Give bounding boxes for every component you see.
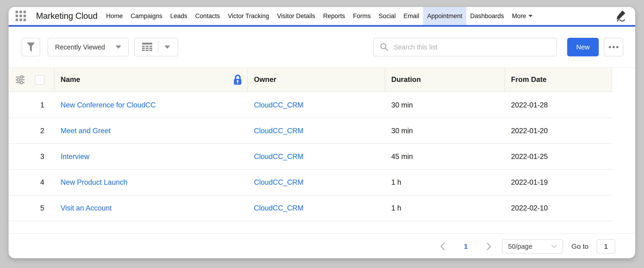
table-bottom-border xyxy=(8,233,635,234)
chevron-down-icon xyxy=(115,45,121,49)
current-page-number[interactable]: 1 xyxy=(456,240,475,254)
select-all-checkbox[interactable] xyxy=(35,75,44,85)
record-name[interactable]: Meet and Greet xyxy=(54,118,248,144)
new-button[interactable]: New xyxy=(567,38,599,56)
record-from-date: 2022-02-10 xyxy=(505,195,612,221)
record-name[interactable]: Interview xyxy=(54,144,248,169)
row-index: 5 xyxy=(30,195,55,221)
goto-page-label: Go to xyxy=(566,240,594,254)
nav-item-victor-tracking[interactable]: Victor Tracking xyxy=(224,7,273,25)
record-name[interactable]: New Product Launch xyxy=(54,170,248,195)
lock-icon xyxy=(232,74,243,86)
new-button-label: New xyxy=(576,44,590,51)
nav-item-forms[interactable]: Forms xyxy=(349,7,375,25)
page-size-caret-icon xyxy=(552,245,557,248)
nav-item-campaigns[interactable]: Campaigns xyxy=(127,7,166,25)
table-row: 4New Product LaunchCloudCC_CRM1 h2022-01… xyxy=(8,170,612,195)
record-name-link[interactable]: New Product Launch xyxy=(60,178,128,186)
header-accent-bar xyxy=(8,25,635,27)
row-index: 1 xyxy=(30,92,55,118)
column-header-name[interactable]: Name xyxy=(54,68,248,92)
record-duration: 30 min xyxy=(385,118,505,144)
table-body: 1New Conference for CloudCCCloudCC_CRM30… xyxy=(8,92,612,221)
prev-page-chevron[interactable] xyxy=(436,240,450,254)
main-nav: HomeCampaignsLeadsContactsVictor Trackin… xyxy=(102,7,537,25)
record-name[interactable]: New Conference for CloudCC xyxy=(54,92,248,118)
column-label: Owner xyxy=(254,76,276,84)
ellipsis-icon xyxy=(608,46,619,48)
nav-item-leads[interactable]: Leads xyxy=(166,7,192,25)
list-view-selector[interactable]: Recently Viewed xyxy=(48,38,129,56)
record-owner[interactable]: CloudCC_CRM xyxy=(248,118,385,144)
goto-page-input[interactable] xyxy=(597,239,615,254)
record-name-link[interactable]: Visit an Account xyxy=(60,204,112,212)
row-index: 4 xyxy=(30,170,55,195)
record-from-date: 2022-01-28 xyxy=(505,92,612,118)
record-owner[interactable]: CloudCC_CRM xyxy=(248,170,385,195)
table-controls-cell xyxy=(8,68,54,92)
row-index: 3 xyxy=(30,144,55,169)
nav-item-more[interactable]: More xyxy=(508,7,537,25)
nav-item-email[interactable]: Email xyxy=(400,7,423,25)
app-window: Marketing Cloud HomeCampaignsLeadsContac… xyxy=(8,7,635,258)
search-input[interactable] xyxy=(389,44,556,51)
column-settings-icon[interactable] xyxy=(14,74,26,86)
search-box xyxy=(373,38,557,56)
record-from-date: 2022-01-25 xyxy=(505,144,612,169)
app-header: Marketing Cloud HomeCampaignsLeadsContac… xyxy=(8,7,635,25)
nav-item-social[interactable]: Social xyxy=(374,7,400,25)
app-title: Marketing Cloud xyxy=(36,11,98,21)
record-owner-link[interactable]: CloudCC_CRM xyxy=(254,152,304,161)
record-from-date: 2022-01-20 xyxy=(505,118,612,144)
chevron-down-icon[interactable] xyxy=(164,45,170,49)
row-index: 2 xyxy=(30,118,55,144)
display-style-button[interactable] xyxy=(134,38,178,56)
app-launcher-icon[interactable] xyxy=(16,11,26,21)
column-header-owner[interactable]: Owner xyxy=(248,68,385,92)
edit-pencil-icon[interactable] xyxy=(615,10,627,22)
column-label: From Date xyxy=(511,76,546,84)
filter-funnel-icon xyxy=(27,42,35,52)
record-owner-link[interactable]: CloudCC_CRM xyxy=(254,127,304,135)
table-header-row: Name Owner Duration From Date xyxy=(8,68,612,92)
record-owner-link[interactable]: CloudCC_CRM xyxy=(254,101,304,109)
nav-item-visitor-details[interactable]: Visitor Details xyxy=(273,7,319,25)
record-owner[interactable]: CloudCC_CRM xyxy=(248,195,385,221)
next-page-chevron[interactable] xyxy=(482,240,496,254)
nav-item-contacts[interactable]: Contacts xyxy=(191,7,224,25)
filter-button[interactable] xyxy=(22,38,40,56)
table-row: 5Visit an AccountCloudCC_CRM1 h2022-02-1… xyxy=(8,195,612,221)
column-label: Name xyxy=(60,76,80,84)
record-name-link[interactable]: New Conference for CloudCC xyxy=(60,101,156,109)
record-name-link[interactable]: Meet and Greet xyxy=(60,127,110,135)
divider xyxy=(158,41,158,53)
chevron-down-icon xyxy=(528,14,533,18)
record-name-link[interactable]: Interview xyxy=(60,152,89,161)
column-label: Duration xyxy=(391,76,421,84)
record-owner-link[interactable]: CloudCC_CRM xyxy=(254,178,304,186)
table-view-icon xyxy=(142,43,152,52)
record-owner[interactable]: CloudCC_CRM xyxy=(248,144,385,169)
page-size-label: 50/page xyxy=(508,243,532,250)
table-row: 1New Conference for CloudCCCloudCC_CRM30… xyxy=(8,92,612,118)
nav-item-home[interactable]: Home xyxy=(102,7,127,25)
record-name[interactable]: Visit an Account xyxy=(54,195,248,221)
nav-item-appointment[interactable]: Appointment xyxy=(423,7,466,25)
table-row: 3InterviewCloudCC_CRM45 min2022-01-25 xyxy=(8,144,612,170)
nav-item-dashboards[interactable]: Dashboards xyxy=(466,7,508,25)
record-duration: 30 min xyxy=(385,92,505,118)
nav-item-reports[interactable]: Reports xyxy=(319,7,349,25)
record-owner[interactable]: CloudCC_CRM xyxy=(248,92,385,118)
record-duration: 1 h xyxy=(385,195,505,221)
more-actions-button[interactable] xyxy=(604,38,623,56)
record-owner-link[interactable]: CloudCC_CRM xyxy=(254,204,304,212)
page-size-select[interactable]: 50/page xyxy=(502,239,563,254)
search-icon xyxy=(380,42,389,52)
record-from-date: 2022-01-19 xyxy=(505,170,612,195)
record-duration: 1 h xyxy=(385,170,505,195)
column-header-from-date[interactable]: From Date xyxy=(505,68,612,92)
record-duration: 45 min xyxy=(385,144,505,169)
list-view-label: Recently Viewed xyxy=(55,44,105,51)
table-row: 2Meet and GreetCloudCC_CRM30 min2022-01-… xyxy=(8,118,612,144)
column-header-duration[interactable]: Duration xyxy=(385,68,505,92)
